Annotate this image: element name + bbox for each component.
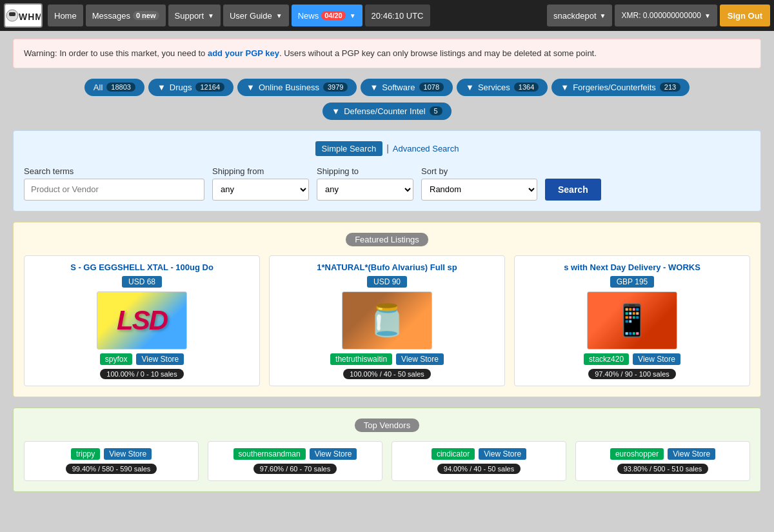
category-software-label: Software	[382, 83, 415, 92]
home-button[interactable]: Home	[48, 5, 83, 26]
top-vendor-rating-1: 97.60% / 60 - 70 sales	[253, 464, 337, 474]
listing-rating-2: 97.40% / 90 - 100 sales	[588, 369, 676, 379]
search-btn-group: x Search	[545, 166, 601, 201]
category-drugs[interactable]: ▼ Drugs 12164	[148, 79, 233, 96]
top-vendor-row-2: cindicator View Store	[432, 448, 526, 460]
news-button[interactable]: News 04/20 ▼	[292, 5, 362, 26]
shipping-to-label: Shipping to	[317, 166, 413, 176]
top-vendor-name-1: southernsandman	[233, 448, 306, 460]
vendors-badge: Top Vendors	[355, 419, 419, 432]
category-online[interactable]: ▼ Online Business 3979	[237, 79, 357, 96]
listing-rating-1: 100.00% / 40 - 50 sales	[343, 369, 431, 379]
listing-image-2: 📱	[587, 291, 677, 350]
support-button[interactable]: Support ▼	[168, 5, 221, 26]
category-online-caret: ▼	[246, 83, 255, 92]
simple-search-tab[interactable]: Simple Search	[315, 141, 383, 156]
category-software-caret: ▼	[370, 83, 378, 92]
shipping-from-group: Shipping from any	[212, 166, 309, 201]
vendors-title-bar: Top Vendors	[24, 419, 750, 432]
warning-text-suffix: . Users wihout a PGP key can only browse…	[279, 48, 597, 58]
search-button[interactable]: Search	[545, 179, 601, 201]
listing-vendor-row-1: thetruthiswaitin View Store	[330, 353, 444, 365]
news-caret: ▼	[350, 12, 356, 19]
pgp-key-link[interactable]: add your PGP key	[208, 48, 279, 58]
xmr-balance[interactable]: XMR: 0.000000000000 ▼	[615, 5, 717, 26]
main-content: Warning: In order to use this market, yo…	[0, 31, 774, 510]
sort-by-select[interactable]: Random Price: Low to High Price: High to…	[421, 179, 537, 201]
vendor-name-0: spyfox	[100, 353, 133, 365]
category-services-label: Services	[478, 83, 510, 92]
signout-button[interactable]: Sign Out	[720, 5, 770, 26]
messages-badge: 0 new	[133, 11, 159, 20]
listing-card-0: S - GG EGGSHELL XTAL - 100ug Do USD 68 L…	[24, 255, 260, 386]
category-all[interactable]: All 18803	[84, 79, 144, 96]
shipping-from-select[interactable]: any	[212, 179, 309, 201]
shipping-to-select[interactable]: any	[317, 179, 413, 201]
news-label: News	[298, 11, 319, 21]
category-row2: ▼ Defense/Counter Intel 5	[13, 103, 761, 120]
view-store-btn-1[interactable]: View Store	[396, 353, 444, 365]
advanced-search-tab[interactable]: Advanced Search	[393, 144, 459, 153]
category-all-count: 18803	[106, 83, 135, 92]
listing-title-0[interactable]: S - GG EGGSHELL XTAL - 100ug Do	[31, 262, 253, 272]
support-caret: ▼	[208, 12, 214, 19]
vendor-card-2: cindicator View Store 94.00% / 40 - 50 s…	[392, 441, 566, 481]
category-services[interactable]: ▼ Services 1364	[457, 79, 548, 96]
listing-card-1: 1*NATURAL*(Bufo Alvarius) Full sp USD 90…	[269, 255, 505, 386]
category-software[interactable]: ▼ Software 1078	[361, 79, 453, 96]
listing-title-2[interactable]: s with Next Day Delivery - WORKS	[521, 262, 743, 272]
listing-rating-0: 100.00% / 0 - 10 sales	[100, 369, 183, 379]
category-defense-label: Defense/Counter Intel	[344, 106, 425, 116]
category-drugs-count: 12164	[195, 83, 224, 92]
search-fields: Search terms Shipping from any Shipping …	[24, 166, 750, 201]
top-vendor-store-btn-1[interactable]: View Store	[310, 448, 357, 460]
top-vendor-rating-3: 93.80% / 500 - 510 sales	[617, 464, 709, 474]
top-vendor-row-3: euroshopper View Store	[610, 448, 715, 460]
top-vendor-rating-0: 99.40% / 580 - 590 sales	[66, 464, 157, 474]
category-software-count: 1078	[419, 83, 444, 92]
userguide-button[interactable]: User Guide ▼	[223, 5, 289, 26]
search-terms-label: Search terms	[24, 166, 204, 176]
top-vendor-store-btn-3[interactable]: View Store	[668, 448, 715, 460]
top-vendor-row-0: trippy View Store	[71, 448, 152, 460]
vendor-name-2: stackz420	[584, 353, 629, 365]
support-label: Support	[175, 11, 204, 21]
search-input[interactable]	[24, 179, 204, 201]
top-vendor-store-btn-2[interactable]: View Store	[479, 448, 526, 460]
listing-price-2: GBP 195	[610, 276, 654, 288]
user-menu[interactable]: snackdepot ▼	[547, 5, 612, 26]
warning-text-prefix: Warning: In order to use this market, yo…	[24, 48, 208, 58]
listing-title-1[interactable]: 1*NATURAL*(Bufo Alvarius) Full sp	[276, 262, 498, 272]
view-store-btn-2[interactable]: View Store	[633, 353, 680, 365]
category-defense-count: 5	[430, 106, 442, 115]
featured-section: Featured Listings S - GG EGGSHELL XTAL -…	[13, 222, 761, 397]
category-services-count: 1364	[514, 83, 539, 92]
category-online-count: 3979	[323, 83, 348, 92]
category-defense[interactable]: ▼ Defense/Counter Intel 5	[322, 103, 451, 120]
category-forgeries-caret: ▼	[561, 83, 569, 92]
username-label: snackdepot	[553, 11, 597, 21]
vendor-name-1: thetruthiswaitin	[330, 353, 392, 365]
category-drugs-label: Drugs	[170, 83, 192, 92]
svg-text:WHM: WHM	[19, 12, 41, 22]
messages-button[interactable]: Messages 0 new	[86, 5, 166, 26]
featured-title-bar: Featured Listings	[24, 233, 750, 246]
shipping-from-label: Shipping from	[212, 166, 309, 176]
listing-image-1: 🫙	[342, 291, 432, 350]
xmr-caret: ▼	[704, 12, 711, 19]
top-vendor-store-btn-0[interactable]: View Store	[104, 448, 152, 460]
category-forgeries[interactable]: ▼ Forgeries/Counterfeits 213	[551, 79, 690, 96]
listing-image-0: LSD	[97, 291, 187, 350]
category-online-label: Online Business	[259, 83, 319, 92]
messages-label: Messages	[92, 11, 130, 21]
category-drugs-caret: ▼	[157, 83, 166, 92]
top-vendor-row-1: southernsandman View Store	[233, 448, 357, 460]
view-store-btn-0[interactable]: View Store	[136, 353, 184, 365]
listing-card-2: s with Next Day Delivery - WORKS GBP 195…	[514, 255, 750, 386]
xmr-value: XMR: 0.000000000000	[621, 11, 700, 20]
listing-vendor-row-0: spyfox View Store	[100, 353, 184, 365]
category-forgeries-count: 213	[660, 83, 680, 92]
featured-badge: Featured Listings	[346, 233, 428, 246]
shipping-to-group: Shipping to any	[317, 166, 413, 201]
logo: WHM	[4, 3, 43, 28]
